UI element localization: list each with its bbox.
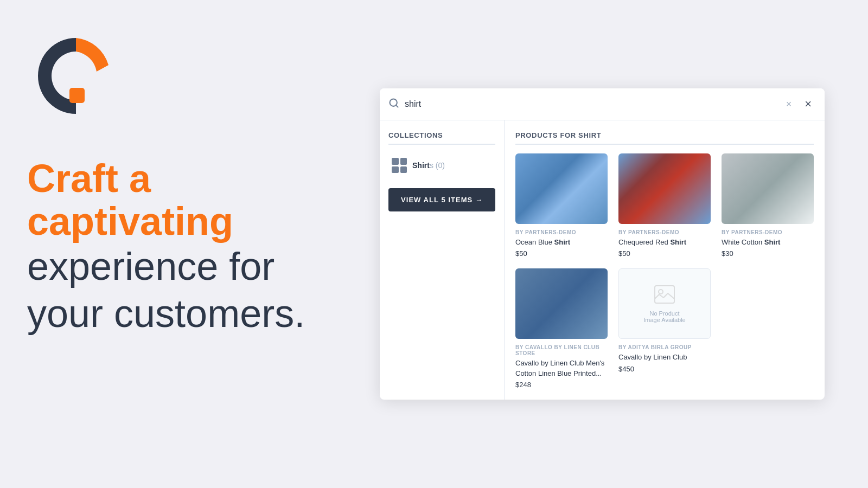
collection-item-shirts[interactable]: Shirts (0) (388, 153, 495, 177)
view-all-label: VIEW ALL 5 ITEMS → (401, 196, 483, 204)
grid-cell-1 (392, 158, 399, 165)
search-widget: × × Collections Shirts (0) (380, 88, 825, 400)
search-results: Collections Shirts (0) VIEW ALL 5 ITEMS … (380, 120, 825, 400)
product-image-2 (618, 153, 711, 224)
product-vendor-3: BY PARTNERS-DEMO (722, 229, 814, 235)
collection-name-bold: Shirt (412, 161, 430, 170)
right-panel: × × Collections Shirts (0) (336, 0, 868, 488)
collection-grid-icon (392, 158, 407, 173)
product-name-3: White Cotton Shirt (722, 237, 814, 247)
product-name-pre-2: Chequered Red (618, 238, 670, 246)
hero-line4: your customers. (27, 290, 309, 337)
product-name-5: Cavallo by Linen Club (618, 352, 711, 362)
hero-line3: experience for (27, 243, 309, 290)
search-bar: × × (380, 88, 825, 120)
product-name-pre-4: Cavallo by Linen Club Men's Cotton Linen… (515, 359, 604, 377)
product-name-highlight-1: Shirt (554, 238, 571, 246)
product-vendor-2: BY PARTNERS-DEMO (618, 229, 711, 235)
product-card-5[interactable]: No ProductImage Available BY ADITYA BIRL… (618, 268, 711, 388)
product-name-1: Ocean Blue Shirt (515, 237, 608, 247)
product-image-1 (515, 153, 608, 224)
product-name-4: Cavallo by Linen Club Men's Cotton Linen… (515, 358, 608, 378)
product-name-highlight-3: Shirt (764, 238, 781, 246)
product-image-4 (515, 268, 608, 339)
no-image-text: No ProductImage Available (643, 310, 685, 323)
hero-rest-line4: your customers. (27, 292, 305, 335)
search-icon (388, 98, 399, 111)
product-name-2: Chequered Red Shirt (618, 237, 711, 247)
product-card-2[interactable]: BY PARTNERS-DEMO Chequered Red Shirt $50 (618, 153, 711, 258)
collection-name-suffix: s (0) (430, 161, 445, 170)
view-all-button[interactable]: VIEW ALL 5 ITEMS → (388, 188, 495, 211)
product-name-pre-3: White Cotton (722, 238, 764, 246)
svg-rect-3 (655, 286, 674, 303)
collections-panel: Collections Shirts (0) VIEW ALL 5 ITEMS … (380, 120, 505, 400)
search-clear-button[interactable]: × (782, 97, 796, 112)
no-image-placeholder: No ProductImage Available (618, 268, 711, 339)
product-vendor-4: BY CAVALLO BY LINEN CLUB STORE (515, 344, 608, 356)
hero-line1: Craft a (27, 157, 309, 200)
product-price-4: $248 (515, 381, 608, 389)
hero-captivating: captivating (27, 200, 233, 243)
product-price-3: $30 (722, 249, 814, 258)
grid-cell-2 (400, 158, 407, 165)
product-price-5: $450 (618, 365, 711, 373)
product-name-pre-1: Ocean Blue (515, 238, 554, 246)
collection-name: Shirts (0) (412, 161, 445, 170)
search-input[interactable] (405, 99, 782, 109)
logo (27, 27, 125, 125)
svg-rect-0 (69, 88, 85, 103)
hero-line2: captivating (27, 200, 309, 243)
products-grid: BY PARTNERS-DEMO Ocean Blue Shirt $50 BY… (515, 153, 814, 389)
grid-cell-3 (392, 166, 399, 174)
products-panel-title: Products for shirt (515, 131, 814, 145)
product-card-4[interactable]: BY CAVALLO BY LINEN CLUB STORE Cavallo b… (515, 268, 608, 388)
product-price-2: $50 (618, 249, 711, 258)
product-vendor-5: BY ADITYA BIRLA GROUP (618, 344, 711, 350)
products-panel: Products for shirt BY PARTNERS-DEMO Ocea… (505, 120, 825, 400)
hero-craft: Craft a (27, 157, 151, 200)
product-name-highlight-2: Shirt (670, 238, 686, 246)
collections-panel-title: Collections (388, 131, 495, 145)
svg-point-4 (659, 290, 663, 294)
left-panel: Craft a captivating experience for your … (0, 0, 336, 488)
hero-text: Craft a captivating experience for your … (27, 157, 309, 337)
product-name-pre-5: Cavallo by Linen Club (618, 353, 687, 361)
product-image-3 (722, 153, 814, 224)
hero-rest-line3: experience for (27, 245, 275, 288)
product-price-1: $50 (515, 249, 608, 258)
svg-line-2 (396, 105, 398, 107)
no-image-icon (654, 285, 675, 308)
search-close-button[interactable]: × (800, 95, 816, 113)
product-vendor-1: BY PARTNERS-DEMO (515, 229, 608, 235)
product-card-1[interactable]: BY PARTNERS-DEMO Ocean Blue Shirt $50 (515, 153, 608, 258)
product-card-3[interactable]: BY PARTNERS-DEMO White Cotton Shirt $30 (722, 153, 814, 258)
grid-cell-4 (400, 166, 407, 174)
